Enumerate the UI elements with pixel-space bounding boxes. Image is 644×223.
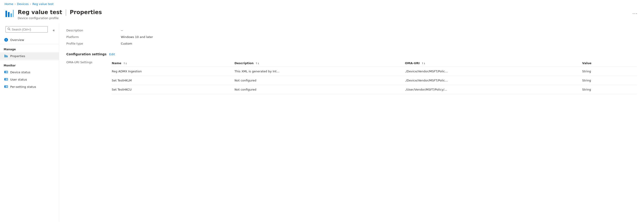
properties-section: Description -- Platform Windows 10 and l…: [66, 27, 637, 47]
breadcrumb: Home › Devices › Reg value test: [0, 0, 644, 7]
config-settings-heading: Configuration settings Edit: [66, 52, 637, 56]
cell-name-0: Reg ADMX Ingestion: [112, 67, 234, 76]
cell-oma-uri-0: ./Device/Vendor/MSFT/Polic...: [405, 67, 582, 76]
svg-rect-14: [4, 78, 6, 80]
oma-uri-section: OMA-URI Settings Name ↑↓ Description ↑↓: [66, 60, 637, 94]
table-row[interactable]: Set TestHKLM Not configured ./Device/Ven…: [112, 76, 637, 85]
svg-rect-0: [6, 11, 7, 17]
header-text: Reg value test | Properties Device confi…: [18, 9, 628, 20]
sidebar-item-properties[interactable]: Properties: [0, 52, 59, 60]
breadcrumb-sep-1: ›: [14, 3, 16, 6]
col-header-description[interactable]: Description ↑↓: [234, 60, 405, 67]
sidebar-section-manage: Manage: [0, 45, 59, 52]
sidebar-label-per-setting-status: Per-setting status: [10, 85, 36, 88]
sort-icon-oma-uri: ↑↓: [422, 62, 426, 65]
svg-rect-18: [4, 86, 6, 87]
svg-rect-1: [8, 12, 10, 17]
main-content: Description -- Platform Windows 10 and l…: [59, 24, 644, 221]
title-separator: |: [65, 9, 67, 16]
config-settings-label: Configuration settings: [66, 52, 106, 56]
sidebar-label-properties: Properties: [10, 54, 25, 58]
col-header-oma-uri[interactable]: OMA-URI ↑↓: [405, 60, 582, 67]
list-icon: [4, 85, 8, 88]
user-icon: [4, 78, 8, 81]
page-subtitle: Device configuration profile: [18, 16, 628, 20]
bars-icon: [4, 54, 8, 58]
sort-icon-description: ↑↓: [256, 62, 260, 65]
svg-rect-19: [6, 86, 6, 87]
more-options-button[interactable]: ···: [630, 10, 640, 17]
prop-value-profile-type: Custom: [121, 42, 132, 45]
title-name: Reg value test: [18, 9, 62, 16]
search-wrap: [3, 25, 50, 35]
cell-name-2: Set TestHKCU: [112, 85, 234, 94]
search-box[interactable]: [6, 26, 48, 33]
breadcrumb-current: Reg value test: [32, 2, 54, 6]
svg-rect-15: [6, 78, 6, 80]
oma-table-wrap: Name ↑↓ Description ↑↓ OMA-URI ↑↓: [112, 60, 637, 94]
title-section: Properties: [70, 9, 102, 16]
page-title: Reg value test | Properties: [18, 9, 628, 16]
cell-description-2: Not configured: [234, 85, 405, 94]
prop-label-description: Description: [66, 29, 121, 32]
cell-description-1: Not configured: [234, 76, 405, 85]
search-icon: [8, 28, 10, 31]
breadcrumb-sep-2: ›: [30, 3, 31, 6]
sidebar-item-user-status[interactable]: User status: [0, 76, 59, 83]
page-header: Reg value test | Properties Device confi…: [0, 7, 644, 24]
svg-rect-6: [4, 55, 5, 57]
oma-settings-table: Name ↑↓ Description ↑↓ OMA-URI ↑↓: [112, 60, 637, 94]
prop-label-platform: Platform: [66, 35, 121, 39]
property-description: Description --: [66, 27, 637, 34]
svg-rect-3: [13, 10, 14, 17]
edit-link[interactable]: Edit: [109, 53, 115, 56]
page-icon: [4, 9, 14, 19]
col-header-value[interactable]: Value: [582, 60, 637, 67]
cell-value-2: String: [582, 85, 637, 94]
cell-oma-uri-2: ./User/Vendor/MSFT/Policy/...: [405, 85, 582, 94]
info-icon: i: [4, 38, 8, 42]
sidebar: « i Overview Manage Properties Monitor: [0, 24, 59, 221]
breadcrumb-home[interactable]: Home: [4, 2, 13, 6]
svg-rect-11: [6, 71, 6, 73]
layout: « i Overview Manage Properties Monitor: [0, 24, 644, 221]
cell-oma-uri-1: ./Device/Vendor/MSFT/Polic...: [405, 76, 582, 85]
sidebar-item-overview[interactable]: i Overview: [0, 36, 59, 43]
svg-rect-20: [7, 86, 8, 87]
sidebar-divider-2: [0, 60, 59, 60]
prop-value-description: --: [121, 29, 123, 32]
svg-rect-12: [7, 71, 8, 73]
search-row: «: [0, 25, 59, 36]
table-row[interactable]: Set TestHKCU Not configured ./User/Vendo…: [112, 85, 637, 94]
col-header-name[interactable]: Name ↑↓: [112, 60, 234, 67]
svg-rect-8: [7, 56, 8, 57]
svg-rect-16: [7, 78, 8, 80]
breadcrumb-devices[interactable]: Devices: [17, 2, 28, 6]
prop-value-platform: Windows 10 and later: [121, 35, 153, 39]
svg-rect-7: [6, 55, 6, 57]
sidebar-section-monitor: Monitor: [0, 61, 59, 68]
sort-icon-name: ↑↓: [123, 62, 127, 65]
property-profile-type: Profile type Custom: [66, 40, 637, 47]
property-platform: Platform Windows 10 and later: [66, 34, 637, 40]
device-icon: [4, 70, 8, 74]
cell-value-0: String: [582, 67, 637, 76]
cell-name-1: Set TestHKLM: [112, 76, 234, 85]
table-row[interactable]: Reg ADMX Ingestion This XML is generated…: [112, 67, 637, 76]
svg-line-5: [10, 30, 10, 30]
sidebar-divider-1: [0, 44, 59, 44]
sidebar-label-user-status: User status: [10, 78, 27, 81]
sidebar-label-device-status: Device status: [10, 71, 30, 74]
collapse-sidebar-button[interactable]: «: [50, 27, 57, 33]
sidebar-item-per-setting-status[interactable]: Per-setting status: [0, 83, 59, 90]
prop-label-profile-type: Profile type: [66, 42, 121, 45]
cell-description-0: This XML is generated by Int...: [234, 67, 405, 76]
oma-uri-label: OMA-URI Settings: [66, 60, 112, 94]
search-input[interactable]: [12, 28, 46, 31]
sidebar-label-overview: Overview: [10, 38, 24, 42]
svg-rect-10: [4, 71, 6, 73]
cell-value-1: String: [582, 76, 637, 85]
svg-rect-2: [10, 14, 12, 17]
sidebar-item-device-status[interactable]: Device status: [0, 68, 59, 76]
